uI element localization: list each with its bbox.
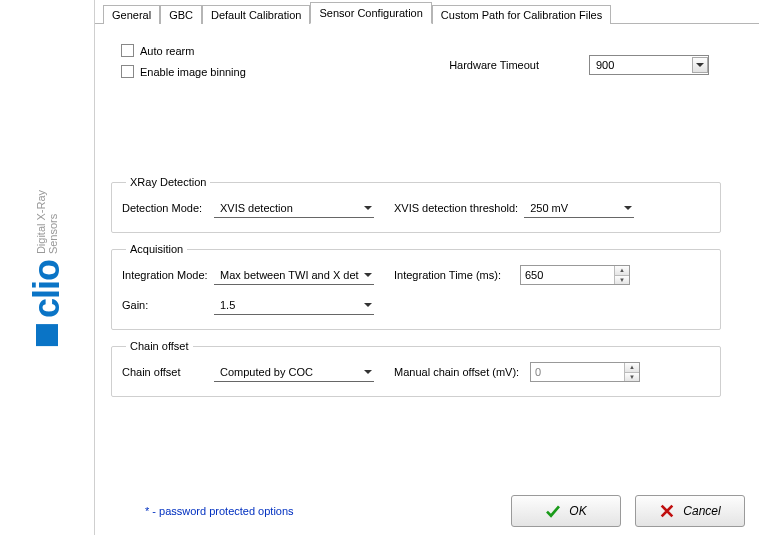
tab-custom-path[interactable]: Custom Path for Calibration Files <box>432 5 611 24</box>
enable-binning-checkbox[interactable] <box>121 65 134 78</box>
chevron-down-icon <box>364 303 372 307</box>
tab-gbc[interactable]: GBC <box>160 5 202 24</box>
chain-offset-select[interactable]: Computed by COC <box>214 362 374 382</box>
footer-note: * - password protected options <box>145 505 294 517</box>
integration-mode-select[interactable]: Max between TWI and X det <box>214 265 374 285</box>
integration-time-label: Integration Time (ms): <box>394 269 514 281</box>
tab-sensor-configuration[interactable]: Sensor Configuration <box>310 2 431 24</box>
detection-mode-select[interactable]: XVIS detection <box>214 198 374 218</box>
integration-mode-label: Integration Mode: <box>122 269 214 281</box>
hw-timeout-select[interactable]: 900 <box>589 55 709 75</box>
chain-offset-group: Chain offset Chain offset Computed by CO… <box>111 340 721 397</box>
chevron-down-icon <box>692 57 708 73</box>
manual-offset-spinner[interactable]: 0 ▲▼ <box>530 362 640 382</box>
x-icon <box>659 503 675 519</box>
cancel-button[interactable]: Cancel <box>635 495 745 527</box>
xray-legend: XRay Detection <box>126 176 210 188</box>
acq-legend: Acquisition <box>126 243 187 255</box>
auto-rearm-checkbox[interactable] <box>121 44 134 57</box>
acquisition-group: Acquisition Integration Mode: Max betwee… <box>111 243 721 330</box>
sota-icon <box>36 324 58 346</box>
threshold-select[interactable]: 250 mV <box>524 198 634 218</box>
chain-legend: Chain offset <box>126 340 193 352</box>
brand-logo: clio Digital X-RaySensors <box>26 189 68 345</box>
xray-detection-group: XRay Detection Detection Mode: XVIS dete… <box>111 176 721 233</box>
tab-default-calibration[interactable]: Default Calibration <box>202 5 311 24</box>
enable-binning-label: Enable image binning <box>140 66 246 78</box>
check-icon <box>545 503 561 519</box>
chevron-down-icon <box>364 206 372 210</box>
manual-offset-label: Manual chain offset (mV): <box>394 366 524 378</box>
ok-button[interactable]: OK <box>511 495 621 527</box>
brand-name: clio <box>26 260 68 318</box>
chain-offset-label: Chain offset <box>122 366 214 378</box>
spinner-buttons[interactable]: ▲▼ <box>614 266 629 284</box>
tab-general[interactable]: General <box>103 5 160 24</box>
gain-label: Gain: <box>122 299 214 311</box>
hw-timeout-label: Hardware Timeout <box>449 59 539 71</box>
gain-select[interactable]: 1.5 <box>214 295 374 315</box>
chevron-down-icon <box>364 273 372 277</box>
sidebar: clio Digital X-RaySensors <box>0 0 95 535</box>
detection-mode-label: Detection Mode: <box>122 202 214 214</box>
threshold-label: XVIS detection threshold: <box>394 202 518 214</box>
auto-rearm-label: Auto rearm <box>140 45 194 57</box>
brand-subtitle: Digital X-RaySensors <box>35 189 59 253</box>
chevron-down-icon <box>624 206 632 210</box>
chevron-down-icon <box>364 370 372 374</box>
spinner-buttons[interactable]: ▲▼ <box>624 363 639 381</box>
integration-time-spinner[interactable]: 650 ▲▼ <box>520 265 630 285</box>
tab-strip: General GBC Default Calibration Sensor C… <box>95 0 759 24</box>
